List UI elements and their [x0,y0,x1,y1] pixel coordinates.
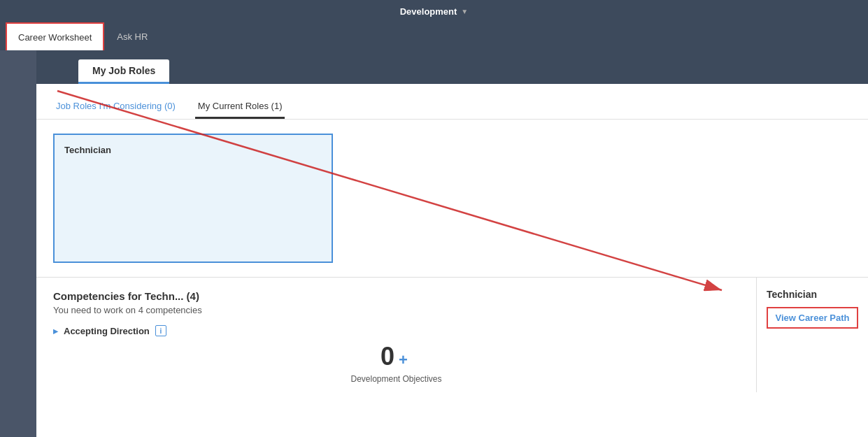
competencies-left: Competencies for Techn... (4) You need t… [36,278,756,392]
tab-career-worksheet[interactable]: Career Worksheet [6,22,104,50]
info-icon[interactable]: i [155,325,166,336]
sidebar-strip [0,50,36,437]
dropdown-arrow-icon[interactable]: ▼ [461,8,468,15]
top-nav-title: Development [400,6,457,17]
role-card-title: Technician [64,145,111,155]
content-panel: Job Roles I'm Considering (0) My Current… [36,84,868,437]
tab-roles-considering[interactable]: Job Roles I'm Considering (0) [53,95,178,119]
dev-obj-plus[interactable]: + [399,351,408,369]
dev-objectives-area: 0 + [53,336,739,371]
dev-obj-label: Development Objectives [53,371,739,384]
chevron-right-icon[interactable]: ▸ [53,326,58,336]
role-card-area: Technician [36,120,868,277]
role-tabs-row: Job Roles I'm Considering (0) My Current… [36,84,868,120]
section-heading-bar: My Job Roles [36,50,868,84]
right-panel: Technician View Career Path [756,278,868,392]
tab-current-roles[interactable]: My Current Roles (1) [195,95,285,119]
my-job-roles-tab[interactable]: My Job Roles [78,59,169,84]
main-tab-bar: Career Worksheet Ask HR [0,22,868,50]
competencies-subtitle: You need to work on 4 competencies [53,305,739,315]
competencies-section: Competencies for Techn... (4) You need t… [36,277,868,392]
competencies-title: Competencies for Techn... (4) [53,290,199,302]
competency-row: ▸ Accepting Direction i [53,325,739,336]
competency-label: Accepting Direction [64,326,150,336]
top-navigation: Development ▼ [0,0,868,22]
dev-obj-count: 0 [380,342,394,371]
technician-role-card[interactable]: Technician [53,134,333,263]
right-panel-title: Technician [767,289,858,300]
view-career-path-button[interactable]: View Career Path [767,307,858,329]
tab-ask-hr[interactable]: Ask HR [106,22,159,50]
competencies-header: Competencies for Techn... (4) [53,290,739,302]
